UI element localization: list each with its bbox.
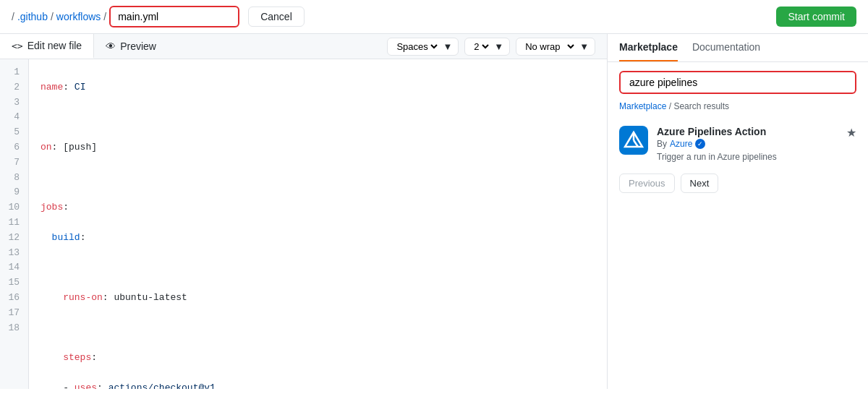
- code-panel: <> Edit new file 👁 Preview Spaces Tabs ▼: [0, 34, 608, 389]
- search-breadcrumb: Marketplace / Search results: [619, 101, 856, 111]
- verified-badge-icon: ✓: [695, 139, 705, 149]
- result-item: Azure Pipelines Action By Azure ✓ Trigge…: [619, 120, 856, 168]
- result-by: By Azure ✓: [657, 139, 838, 149]
- line-num-9: 9: [0, 185, 28, 200]
- tab-edit-new-file[interactable]: <> Edit new file: [0, 34, 94, 59]
- next-button[interactable]: Next: [681, 174, 719, 193]
- editor-container: <> Edit new file 👁 Preview Spaces Tabs ▼: [0, 34, 868, 389]
- preview-tab-label: Preview: [120, 40, 156, 52]
- spaces-select-control[interactable]: Spaces Tabs ▼: [387, 38, 459, 56]
- breadcrumb-workflows-link[interactable]: workflows: [56, 11, 101, 22]
- code-line-8: runs-on: ubuntu-latest: [41, 291, 595, 306]
- breadcrumb-sep2: /: [51, 11, 54, 22]
- result-info: Azure Pipelines Action By Azure ✓ Trigge…: [657, 126, 838, 162]
- azure-icon: [619, 126, 648, 155]
- code-lines: 1 2 3 4 5 6 7 8 9 10 11 12 13 14 15 16 1: [0, 59, 607, 389]
- chevron-down-icon: ▼: [443, 41, 452, 52]
- line-num-12: 12: [0, 231, 28, 246]
- result-title: Azure Pipelines Action: [657, 126, 838, 137]
- line-num-2: 2: [0, 80, 28, 95]
- result-description: Trigger a run in Azure pipelines: [657, 152, 838, 162]
- azure-logo-svg: [624, 130, 644, 150]
- code-icon: <>: [12, 40, 23, 51]
- line-num-15: 15: [0, 275, 28, 291]
- code-content[interactable]: name: CI on: [push] jobs: build: runs-on…: [29, 59, 607, 389]
- spaces-select[interactable]: Spaces Tabs: [393, 40, 440, 53]
- code-line-11: - uses: actions/checkout@v1: [41, 381, 595, 389]
- top-bar: / .github / workflows / Cancel Start com…: [0, 0, 868, 34]
- line-num-18: 18: [0, 321, 28, 336]
- wrap-select-control[interactable]: No wrap Soft wrap ▼: [516, 38, 595, 56]
- indent-size-select[interactable]: 2 4 8: [471, 40, 491, 53]
- right-content: Marketplace / Search results Azure Pipel…: [608, 62, 868, 389]
- previous-button[interactable]: Previous: [619, 174, 675, 193]
- line-num-3: 3: [0, 95, 28, 111]
- toolbar-controls: Spaces Tabs ▼ 2 4 8 ▼ No wrap: [375, 35, 607, 59]
- right-tabs: Marketplace Documentation: [608, 34, 868, 62]
- marketplace-breadcrumb-link[interactable]: Marketplace: [619, 101, 666, 111]
- code-line-7: [41, 260, 595, 275]
- star-icon[interactable]: ★: [846, 126, 856, 140]
- code-line-5: jobs:: [41, 200, 595, 215]
- result-title-text: Azure Pipelines Action: [657, 126, 766, 137]
- editor-toolbar: <> Edit new file 👁 Preview Spaces Tabs ▼: [0, 34, 607, 59]
- pagination: Previous Next: [619, 168, 856, 199]
- svg-line-2: [634, 140, 638, 147]
- breadcrumb-sep3: /: [103, 11, 106, 22]
- search-results-label: Search results: [673, 101, 729, 111]
- filename-input[interactable]: [109, 6, 239, 27]
- tab-marketplace[interactable]: Marketplace: [619, 34, 678, 61]
- line-num-8: 8: [0, 171, 28, 186]
- line-num-5: 5: [0, 125, 28, 140]
- code-line-10: steps:: [41, 351, 595, 366]
- line-num-14: 14: [0, 260, 28, 275]
- eye-icon: 👁: [106, 40, 116, 52]
- code-line-9: [41, 321, 595, 336]
- line-num-16: 16: [0, 291, 28, 306]
- code-line-3: on: [push]: [41, 140, 595, 155]
- code-line-1: name: CI: [41, 80, 595, 95]
- line-num-11: 11: [0, 215, 28, 231]
- start-commit-button[interactable]: Start commit: [776, 7, 856, 27]
- marketplace-search-input[interactable]: [619, 71, 856, 94]
- breadcrumb-sep1: /: [12, 11, 14, 22]
- line-num-1: 1: [0, 65, 28, 80]
- cancel-button[interactable]: Cancel: [248, 7, 305, 27]
- line-num-7: 7: [0, 155, 28, 171]
- breadcrumb: / .github / workflows / Cancel: [12, 6, 305, 27]
- right-panel: Marketplace Documentation Marketplace / …: [608, 34, 868, 389]
- code-line-4: [41, 171, 595, 186]
- edit-tab-label: Edit new file: [27, 40, 82, 51]
- line-num-6: 6: [0, 140, 28, 155]
- chevron-down-icon-3: ▼: [579, 41, 589, 52]
- line-num-13: 13: [0, 246, 28, 261]
- code-editor[interactable]: 1 2 3 4 5 6 7 8 9 10 11 12 13 14 15 16 1: [0, 59, 607, 389]
- chevron-down-icon-2: ▼: [494, 41, 503, 52]
- wrap-select[interactable]: No wrap Soft wrap: [522, 40, 576, 53]
- indent-size-select-control[interactable]: 2 4 8 ▼: [464, 38, 510, 56]
- tab-documentation[interactable]: Documentation: [692, 34, 760, 61]
- tab-preview[interactable]: 👁 Preview: [94, 35, 168, 58]
- line-num-17: 17: [0, 306, 28, 321]
- by-label: By: [657, 139, 667, 149]
- by-name-link[interactable]: Azure: [670, 139, 692, 149]
- line-numbers: 1 2 3 4 5 6 7 8 9 10 11 12 13 14 15 16 1: [0, 59, 29, 389]
- line-num-10: 10: [0, 200, 28, 215]
- line-num-4: 4: [0, 110, 28, 125]
- code-line-6: build:: [41, 231, 595, 246]
- breadcrumb-github-link[interactable]: .github: [17, 11, 48, 22]
- code-line-2: [41, 110, 595, 125]
